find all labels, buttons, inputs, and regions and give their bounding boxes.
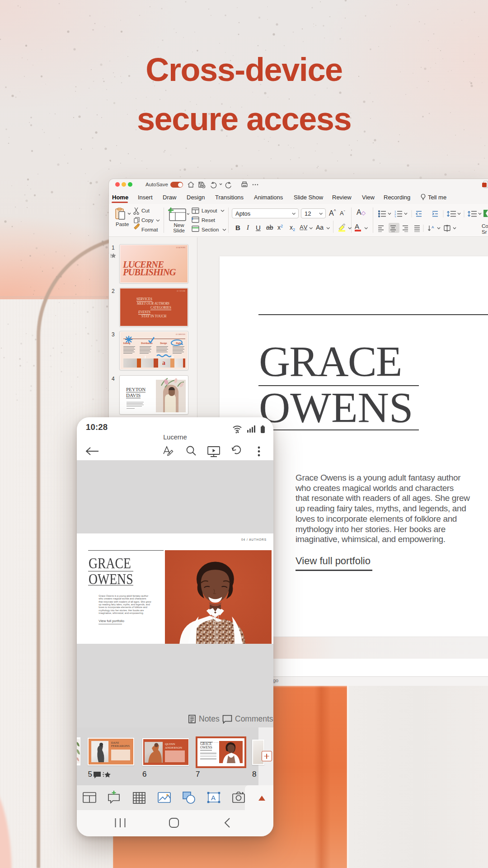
svg-text:A: A [211, 794, 216, 802]
svg-text:3: 3 [394, 216, 396, 218]
svg-text:A: A [432, 225, 434, 229]
